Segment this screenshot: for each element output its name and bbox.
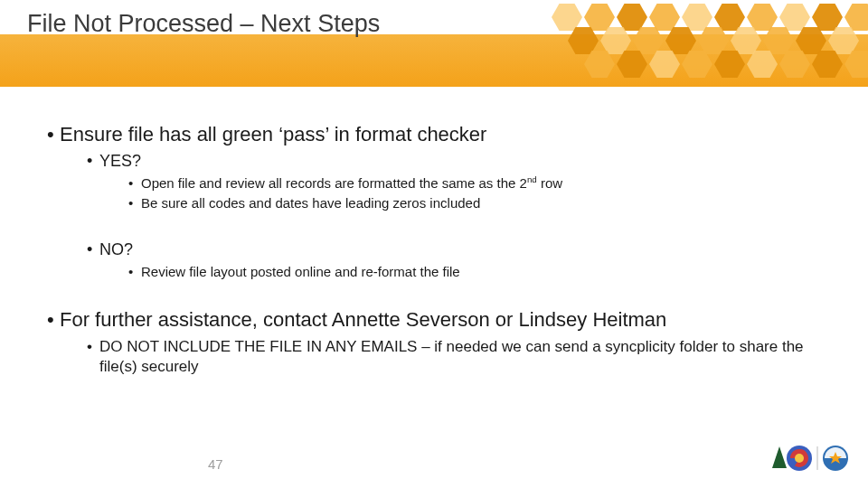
text-fragment: Open file and review all records are for…: [141, 175, 527, 191]
page-number: 47: [208, 456, 223, 472]
bullet-l1-ensure: Ensure file has all green ‘pass’ in form…: [60, 123, 825, 146]
spacer: [47, 215, 825, 240]
bullet-l3-open-file: Open file and review all records are for…: [141, 174, 825, 192]
bullet-l1-assistance: For further assistance, contact Annette …: [60, 308, 825, 332]
footer-logo: [765, 441, 852, 479]
spacer: [47, 283, 825, 308]
superscript: nd: [527, 174, 537, 184]
svg-marker-0: [772, 446, 787, 468]
bullet-l3-leading-zeros: Be sure all codes and dates have leading…: [141, 194, 825, 212]
bullet-l2-no: NO?: [99, 240, 825, 259]
bullet-l2-do-not-include: DO NOT INCLUDE THE FILE IN ANY EMAILS – …: [99, 337, 825, 377]
page-title: File Not Processed – Next Steps: [27, 11, 380, 38]
slide: File Not Processed – Next Steps Ensure f…: [0, 0, 868, 488]
header-hex-pattern: [542, 0, 868, 87]
bullet-l3-review-layout: Review file layout posted online and re-…: [141, 263, 825, 281]
svg-point-2: [795, 454, 804, 463]
bullet-l2-yes: YES?: [99, 152, 825, 171]
text-fragment: row: [537, 175, 562, 191]
colorado-cde-logo-icon: [765, 441, 852, 475]
slide-content: Ensure file has all green ‘pass’ in form…: [47, 123, 825, 380]
